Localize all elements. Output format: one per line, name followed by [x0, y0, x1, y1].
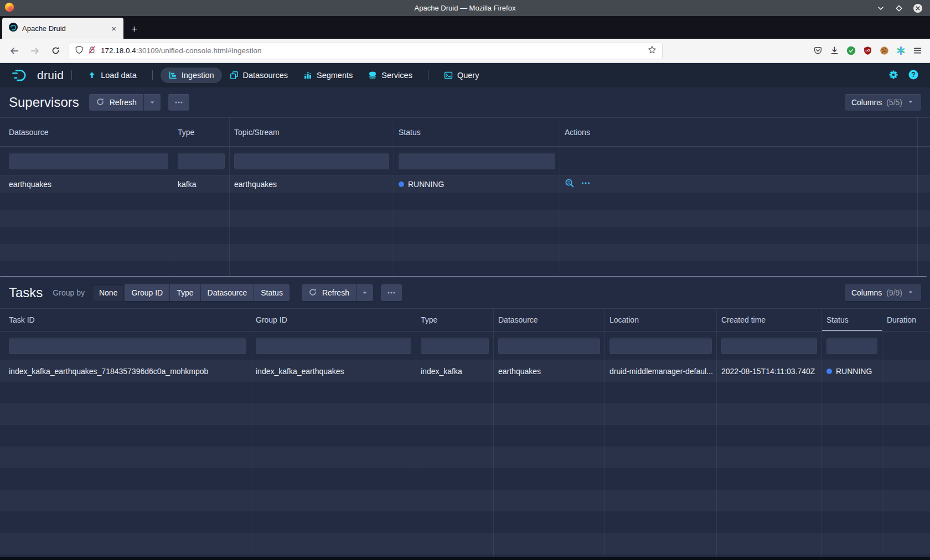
druid-logo[interactable]: druid: [11, 68, 64, 82]
column-header-task-id[interactable]: Task ID: [0, 309, 251, 331]
settings-gear-icon[interactable]: [888, 69, 899, 82]
task-created-time: 2022-08-15T14:11:03.740Z: [717, 360, 822, 382]
supervisor-actions: [560, 175, 930, 193]
column-header-location[interactable]: Location: [605, 309, 717, 331]
column-header-datasource[interactable]: Datasource: [494, 309, 605, 331]
nav-item-datasources[interactable]: Datasources: [222, 68, 296, 83]
status-filter-input[interactable]: [399, 153, 555, 169]
group-by-none-button[interactable]: None: [92, 284, 124, 301]
supervisors-refresh-button[interactable]: Refresh: [89, 94, 143, 111]
task-duration: [882, 360, 930, 382]
tasks-refresh-button[interactable]: Refresh: [302, 284, 356, 301]
druid-brand-text: druid: [37, 69, 64, 82]
task-type: index_kafka: [416, 360, 494, 382]
column-header-status-sorted[interactable]: Status: [822, 309, 882, 331]
url-field[interactable]: 172.18.0.4:30109/unified-console.html#in…: [69, 43, 663, 59]
maximize-button[interactable]: [895, 4, 903, 13]
nav-item-load-data[interactable]: Load data: [80, 68, 144, 83]
group-by-group-id-button[interactable]: Group ID: [124, 284, 169, 301]
empty-table-row: [0, 468, 930, 490]
nav-item-query[interactable]: Query: [436, 68, 487, 83]
column-header-group-id[interactable]: Group ID: [251, 309, 416, 331]
datasources-icon: [230, 71, 239, 80]
row-more-actions-icon[interactable]: [581, 178, 591, 190]
back-button[interactable]: [7, 43, 22, 59]
insecure-lock-icon[interactable]: [87, 45, 96, 56]
table-scrollbar-track: [917, 117, 918, 276]
empty-table-row: [0, 533, 930, 554]
ublock-icon[interactable]: uO: [863, 46, 872, 55]
task-id-filter-input[interactable]: [9, 338, 246, 354]
shield-icon[interactable]: [75, 45, 84, 56]
tasks-table: Task ID Group ID Type Datasource Locatio…: [0, 308, 930, 557]
group-by-type-button[interactable]: Type: [169, 284, 200, 301]
column-header-created-time[interactable]: Created time: [717, 309, 822, 331]
extension-icon-green[interactable]: [846, 46, 856, 55]
supervisor-row[interactable]: earthquakes kafka earthquakes RUNNING: [0, 175, 930, 193]
url-toolbar: 172.18.0.4:30109/unified-console.html#in…: [0, 39, 930, 63]
close-button[interactable]: [913, 3, 923, 13]
column-header-datasource[interactable]: Datasource: [0, 118, 173, 146]
nav-separator: [71, 70, 72, 80]
window-title: Apache Druid — Mozilla Firefox: [0, 4, 930, 12]
status-filter-input[interactable]: [826, 338, 877, 354]
location-filter-input[interactable]: [609, 338, 712, 354]
menu-hamburger-icon[interactable]: [913, 46, 922, 55]
created-time-filter-input[interactable]: [721, 338, 817, 354]
bookmark-star-icon[interactable]: [648, 45, 657, 56]
empty-table-row: [0, 261, 930, 276]
column-header-duration[interactable]: Duration: [882, 309, 930, 331]
group-by-button-group: None Group ID Type Datasource Status: [92, 284, 290, 301]
download-icon[interactable]: [830, 46, 839, 55]
cookie-extension-icon[interactable]: [880, 46, 889, 55]
inspect-magnifier-icon[interactable]: [565, 178, 575, 190]
group-by-label: Group by: [53, 288, 85, 297]
segments-icon: [303, 71, 312, 80]
nav-item-ingestion[interactable]: Ingestion: [161, 68, 222, 83]
supervisors-more-button[interactable]: [168, 94, 189, 111]
minimize-button[interactable]: [876, 4, 885, 13]
tasks-header: Tasks Group by None Group ID Type Dataso…: [0, 277, 930, 308]
reload-button[interactable]: [48, 43, 63, 59]
help-icon[interactable]: ?: [908, 69, 919, 82]
asterisk-extension-icon[interactable]: [896, 46, 906, 55]
task-row[interactable]: index_kafka_earthquakes_7184357396d6c0a_…: [0, 360, 930, 382]
task-group-id: index_kafka_earthquakes: [251, 360, 416, 382]
supervisors-columns-button[interactable]: Columns (5/5): [845, 94, 921, 111]
supervisors-refresh-caret-button[interactable]: [143, 94, 161, 111]
status-dot: [826, 369, 832, 374]
datasource-filter-input[interactable]: [498, 338, 600, 354]
supervisors-title: Supervisors: [9, 95, 79, 110]
status-dot: [399, 182, 404, 187]
tab-apache-druid[interactable]: Apache Druid ×: [2, 18, 123, 39]
refresh-icon: [308, 288, 317, 298]
type-filter-input[interactable]: [178, 153, 225, 169]
type-filter-input[interactable]: [421, 338, 489, 354]
supervisor-type: kafka: [173, 175, 230, 193]
new-tab-button[interactable]: +: [131, 24, 137, 34]
group-by-status-button[interactable]: Status: [254, 284, 290, 301]
forward-button[interactable]: [27, 43, 43, 59]
column-header-status[interactable]: Status: [394, 118, 560, 146]
column-header-type[interactable]: Type: [416, 309, 494, 331]
column-header-type[interactable]: Type: [173, 118, 230, 146]
group-by-datasource-button[interactable]: Datasource: [200, 284, 254, 301]
column-header-topic-stream[interactable]: Topic/Stream: [230, 118, 394, 146]
nav-item-segments[interactable]: Segments: [296, 68, 360, 83]
supervisors-filter-row: [0, 147, 930, 175]
tasks-more-button[interactable]: [381, 284, 402, 301]
tasks-columns-button[interactable]: Columns (9/9): [845, 284, 921, 301]
tab-close-icon[interactable]: ×: [109, 23, 118, 34]
topic-stream-filter-input[interactable]: [234, 153, 389, 169]
pocket-icon[interactable]: [813, 46, 823, 55]
empty-table-row: [0, 447, 930, 468]
window-bottom-edge: [0, 557, 930, 560]
tasks-refresh-caret-button[interactable]: [356, 284, 373, 301]
firefox-window: Apache Druid — Mozilla Firefox Apache Dr…: [0, 0, 930, 560]
task-id: index_kafka_earthquakes_7184357396d6c0a_…: [0, 360, 251, 382]
empty-table-row: [0, 244, 930, 261]
nav-item-services[interactable]: Services: [360, 68, 420, 83]
datasource-filter-input[interactable]: [9, 153, 168, 169]
group-id-filter-input[interactable]: [256, 338, 411, 354]
empty-table-row: [0, 511, 930, 533]
